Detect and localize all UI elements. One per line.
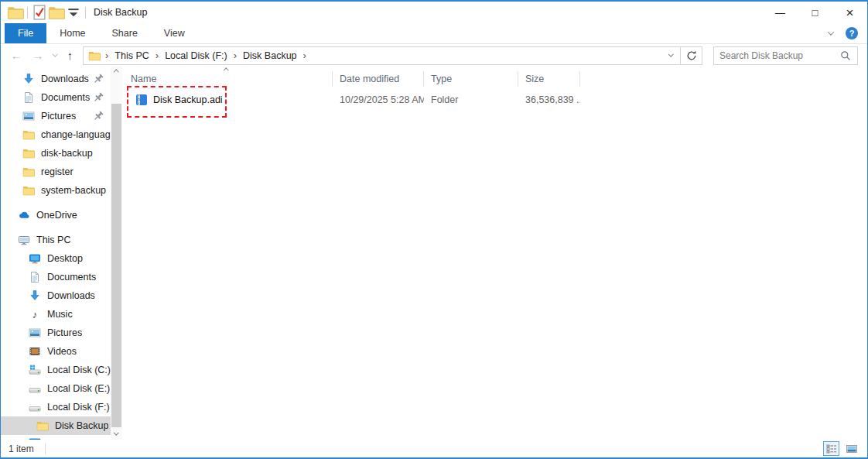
details-view-button[interactable] (823, 441, 839, 456)
sidebar-item-music[interactable]: ♪Music (1, 305, 111, 324)
column-header-name[interactable]: Name (122, 71, 333, 87)
sidebar-item-disk-backup[interactable]: disk-backup (1, 144, 111, 163)
explorer-icon[interactable] (7, 4, 24, 21)
sidebar-item-item[interactable] (1, 435, 111, 440)
scrollbar-up-arrow-icon[interactable] (111, 67, 122, 78)
qat-customize-icon[interactable] (65, 4, 82, 21)
sidebar-item-label: Documents (47, 272, 96, 283)
sidebar-item-local-disk-e[interactable]: Local Disk (E:) (1, 379, 111, 398)
sidebar-item-label: change-languag (41, 129, 111, 140)
music-icon: ♪ (29, 308, 41, 320)
forward-icon[interactable]: → (32, 50, 44, 61)
sidebar-item-register[interactable]: register (1, 163, 111, 181)
pin-icon (92, 110, 104, 122)
maximize-button[interactable]: □ (798, 2, 832, 23)
tab-file[interactable]: File (5, 23, 46, 43)
up-icon[interactable]: ↑ (67, 50, 73, 61)
breadcrumb-folder-icon[interactable] (88, 50, 101, 62)
item-count: 1 item (9, 444, 34, 454)
sidebar-item-pictures[interactable]: Pictures (1, 324, 111, 342)
date-modified: 10/29/2025 5:28 AM (333, 94, 424, 105)
qat-separator (85, 7, 86, 19)
details-view-icon (825, 443, 838, 455)
breadcrumb-item-this-pc[interactable]: This PC (109, 50, 154, 61)
expand-ribbon-chevron-icon[interactable] (828, 29, 834, 35)
tab-share[interactable]: Share (99, 23, 151, 43)
sidebar-item-desktop[interactable]: Desktop (1, 249, 111, 268)
file-name: Disk Backup.adi (153, 94, 223, 105)
navigation-pane: DownloadsDocumentsPictureschange-languag… (1, 67, 122, 440)
onedrive-icon (18, 209, 30, 221)
sidebar-item-label: system-backup (41, 185, 106, 196)
qat-separator (27, 7, 28, 19)
file-type: Folder (424, 94, 518, 105)
column-header-date-modified[interactable]: Date modified (333, 71, 424, 87)
file-row[interactable]: Disk Backup.adi10/29/2025 5:28 AMFolder3… (122, 89, 867, 111)
properties-icon[interactable] (31, 4, 48, 21)
sidebar-spacer (1, 200, 111, 206)
sidebar-item-label: Documents (41, 92, 90, 103)
drive-windows-icon (29, 364, 41, 376)
sidebar-item-downloads[interactable]: Downloads (1, 70, 111, 88)
sidebar-item-onedrive[interactable]: OneDrive (1, 206, 111, 224)
main-content: DownloadsDocumentsPictureschange-languag… (1, 67, 867, 440)
close-button[interactable]: × (832, 2, 867, 23)
new-folder-icon[interactable] (48, 4, 65, 21)
search-icon[interactable] (839, 50, 852, 62)
download-arrow-icon (29, 289, 41, 302)
tab-view[interactable]: View (151, 23, 198, 43)
refresh-icon (685, 50, 698, 62)
address-dropdown-button[interactable] (661, 47, 680, 64)
breadcrumb: › This PC›Local Disk (F:)›Disk Backup› (83, 46, 702, 65)
sidebar-item-this-pc[interactable]: This PC (1, 231, 111, 249)
breadcrumb-separator: › (302, 50, 307, 61)
scrollbar-thumb[interactable] (111, 104, 121, 427)
sidebar-item-local-disk-c[interactable]: Local Disk (C:) (1, 361, 111, 379)
column-headers: NameDate modifiedTypeSize (122, 69, 867, 89)
breadcrumb-item-disk-backup[interactable]: Disk Backup (238, 50, 302, 61)
sidebar-item-disk-backup[interactable]: Disk Backup (1, 416, 111, 435)
sidebar-item-system-backup[interactable]: system-backup (1, 181, 111, 200)
address-bar: ← → ↑ › This PC›Local Disk (F:)›Disk Bac… (1, 44, 867, 67)
search-input[interactable] (719, 50, 839, 61)
sidebar-item-documents[interactable]: Documents (1, 88, 111, 107)
refresh-button[interactable] (681, 47, 702, 64)
sidebar-item-pictures[interactable]: Pictures (1, 107, 111, 125)
scrollbar-down-arrow-icon[interactable] (111, 428, 122, 440)
help-icon[interactable]: ? (846, 27, 858, 39)
file-explorer-window: Disk Backup — □ × FileHomeShareView ? ← … (0, 0, 868, 459)
folder-icon (22, 166, 35, 178)
sidebar-item-local-disk-f[interactable]: Local Disk (F:) (1, 398, 111, 416)
sidebar-item-downloads[interactable]: Downloads (1, 286, 111, 305)
sidebar-item-label: Pictures (41, 111, 76, 122)
sidebar-item-label: This PC (36, 235, 70, 245)
recent-locations-chevron-icon[interactable] (53, 52, 57, 57)
window-controls: — □ × (763, 2, 867, 23)
sidebar-item-documents[interactable]: Documents (1, 268, 111, 286)
folder-icon (36, 420, 49, 432)
column-header-size[interactable]: Size (518, 71, 580, 87)
desktop-icon (29, 252, 41, 265)
breadcrumb-item-local-disk-f[interactable]: Local Disk (F:) (159, 50, 233, 61)
status-bar: 1 item (1, 440, 867, 457)
pin-icon (92, 73, 104, 85)
network-icon (29, 438, 41, 440)
folder-icon (22, 184, 35, 197)
download-arrow-icon (22, 73, 35, 85)
sidebar-item-label: OneDrive (36, 210, 77, 221)
thumbnails-view-button[interactable] (843, 441, 859, 456)
sidebar-item-change-languag[interactable]: change-languag (1, 125, 111, 144)
sidebar-item-label: Downloads (47, 290, 95, 301)
column-header-type[interactable]: Type (424, 71, 518, 87)
sidebar-item-label: Local Disk (C:) (47, 365, 111, 375)
tab-home[interactable]: Home (46, 23, 98, 43)
minimize-button[interactable]: — (763, 2, 798, 23)
file-size: 36,536,839 ... (518, 94, 580, 105)
sidebar-item-videos[interactable]: Videos (1, 342, 111, 361)
document-icon (29, 271, 41, 283)
back-icon[interactable]: ← (11, 50, 22, 61)
picture-icon (22, 110, 35, 122)
sidebar-scrollbar (111, 67, 122, 440)
status-separator (45, 444, 46, 454)
folder-icon (22, 128, 35, 141)
